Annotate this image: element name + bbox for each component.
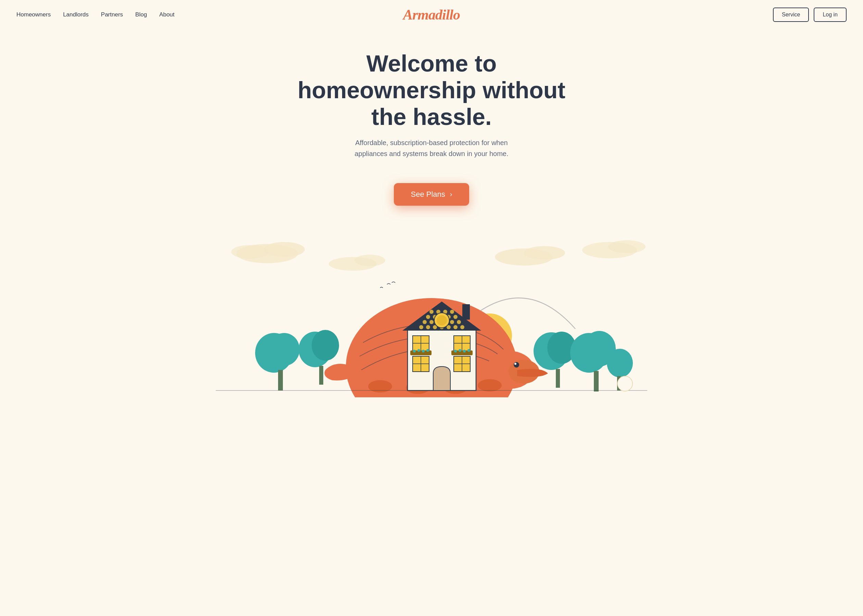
site-logo[interactable]: Armadillo [403, 6, 460, 23]
nav-blog[interactable]: Blog [135, 11, 147, 18]
svg-point-12 [269, 333, 300, 366]
svg-rect-22 [594, 371, 598, 391]
svg-point-77 [422, 350, 425, 352]
service-button[interactable]: Service [773, 8, 809, 22]
svg-point-78 [426, 349, 429, 352]
svg-point-9 [608, 240, 646, 253]
svg-point-82 [468, 349, 470, 352]
svg-point-37 [430, 310, 433, 314]
svg-point-45 [454, 315, 458, 319]
cta-label: See Plans [411, 190, 445, 199]
navbar: Homeowners Landlords Partners Blog About… [0, 0, 863, 30]
cta-arrow-icon: › [450, 190, 452, 198]
svg-point-76 [417, 349, 420, 352]
nav-homeowners[interactable]: Homeowners [16, 11, 51, 18]
svg-point-41 [426, 315, 430, 319]
svg-point-50 [450, 320, 454, 324]
svg-point-84 [617, 376, 633, 391]
nav-partners[interactable]: Partners [101, 11, 123, 18]
svg-point-75 [413, 350, 416, 352]
svg-rect-13 [278, 370, 283, 390]
svg-point-40 [450, 310, 454, 314]
nav-landlords[interactable]: Landlords [63, 11, 89, 18]
svg-rect-19 [556, 369, 560, 388]
cta-wrapper: See Plans › [0, 183, 863, 206]
svg-point-2 [264, 242, 305, 257]
svg-point-7 [524, 246, 565, 260]
svg-point-33 [478, 379, 502, 391]
svg-point-81 [463, 350, 466, 352]
hero-title: Welcome to homeownership without the has… [284, 50, 579, 130]
svg-rect-16 [319, 366, 323, 385]
svg-point-3 [231, 245, 269, 259]
svg-point-23 [607, 349, 633, 377]
svg-point-28 [514, 362, 519, 368]
nav-links-left: Homeowners Landlords Partners Blog About [16, 11, 175, 18]
svg-point-47 [430, 320, 433, 324]
svg-point-46 [423, 320, 427, 324]
see-plans-button[interactable]: See Plans › [394, 183, 469, 206]
login-button[interactable]: Log in [814, 8, 847, 22]
svg-point-60 [437, 315, 447, 325]
svg-point-80 [458, 349, 461, 352]
svg-point-57 [454, 325, 458, 329]
hero-subtitle: Affordable, subscription-based protectio… [346, 137, 517, 159]
hero-section: Welcome to homeownership without the has… [0, 30, 863, 183]
illustration-svg [0, 219, 863, 397]
svg-point-58 [460, 325, 465, 329]
svg-rect-36 [462, 304, 470, 320]
svg-point-5 [354, 255, 385, 266]
svg-point-15 [312, 330, 339, 361]
svg-point-29 [514, 363, 517, 365]
svg-point-51 [457, 320, 461, 324]
svg-point-79 [454, 350, 457, 352]
hero-illustration [0, 219, 863, 397]
nav-about[interactable]: About [159, 11, 174, 18]
svg-point-53 [426, 325, 430, 329]
svg-point-52 [419, 325, 423, 329]
nav-actions: Service Log in [773, 8, 847, 22]
